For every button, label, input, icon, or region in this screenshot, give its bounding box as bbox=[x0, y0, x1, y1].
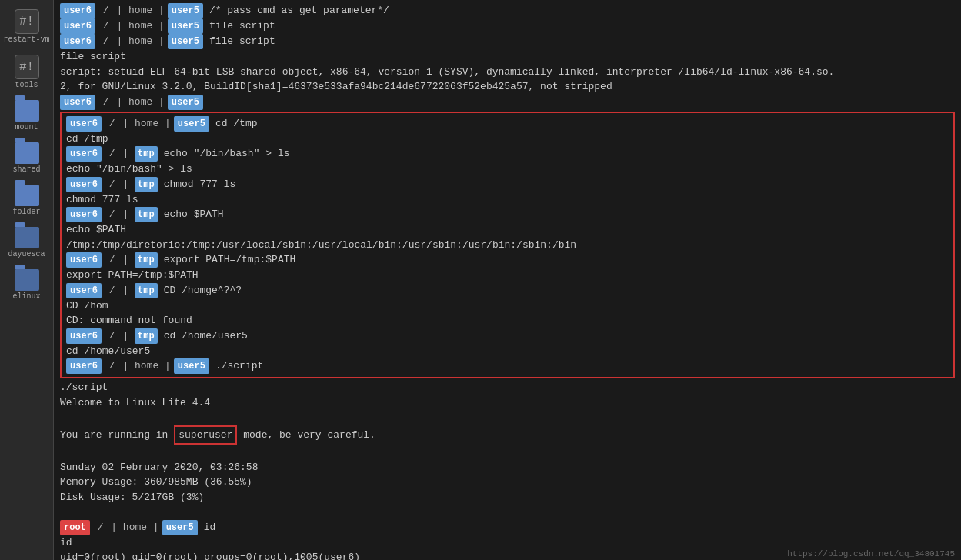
mount-folder-icon bbox=[15, 100, 39, 122]
terminal-line: user6 / | tmp cd /home/user5 bbox=[66, 328, 949, 344]
superuser-line: You are running in superuser mode, be ve… bbox=[60, 425, 955, 445]
shared-folder-icon bbox=[15, 142, 39, 164]
sidebar-item-folder[interactable]: folder bbox=[0, 182, 53, 219]
terminal-line: user6 / | tmp CD /homge^?^? bbox=[66, 283, 949, 298]
terminal-line: user6 / | home | user5 /* pass cmd as ge… bbox=[60, 3, 955, 18]
output-line: id bbox=[60, 535, 955, 551]
url-bar: https://blog.csdn.net/qq_34801745 bbox=[787, 549, 955, 558]
sidebar-item-label: shared bbox=[12, 165, 40, 174]
output-line bbox=[60, 445, 955, 460]
output-line: echo "/bin/bash" > ls bbox=[66, 162, 949, 177]
tools-icon: #! bbox=[15, 55, 39, 79]
output-line: /tmp:/tmp/diretorio:/tmp:/usr/local/sbin… bbox=[66, 238, 949, 253]
sidebar: #! restart-vm #! tools mount shared fold… bbox=[0, 0, 54, 560]
url-text: https://blog.csdn.net/qq_34801745 bbox=[787, 549, 955, 558]
output-line: Disk Usage: 5/217GB (3%) bbox=[60, 490, 955, 505]
sidebar-item-tools[interactable]: #! tools bbox=[0, 52, 53, 92]
sidebar-item-restart-vm[interactable]: #! restart-vm bbox=[0, 6, 53, 47]
prompt-user6-tmp: user6 / | tmp bbox=[66, 283, 158, 298]
output-line: file script bbox=[60, 49, 955, 65]
output-line: chmod 777 ls bbox=[66, 192, 949, 208]
output-line: ./script bbox=[60, 380, 955, 395]
prompt-user6-tmp: user6 / | tmp bbox=[66, 146, 158, 162]
output-line: echo $PATH bbox=[66, 222, 949, 238]
elinux-folder-icon bbox=[15, 269, 39, 291]
prompt-user6-tmp: user6 / | tmp bbox=[66, 328, 158, 344]
output-line: Welcome to Linux Lite 4.4 bbox=[60, 395, 955, 411]
output-line: CD /hom bbox=[66, 298, 949, 314]
output-line: cd /tmp bbox=[66, 132, 949, 147]
terminal-line-root: root / | home | user5 id bbox=[60, 520, 955, 535]
prompt-user6-tmp: user6 / | tmp bbox=[66, 252, 158, 268]
folder-icon bbox=[15, 185, 39, 206]
terminal-line: user6 / | home | user5 ./script bbox=[66, 358, 949, 374]
terminal-line: user6 / | home | user5 file script bbox=[60, 34, 955, 49]
output-line: Memory Usage: 360/985MB (36.55%) bbox=[60, 475, 955, 490]
terminal-line: user6 / | tmp echo $PATH bbox=[66, 207, 949, 222]
output-line bbox=[60, 505, 955, 520]
prompt-user6-tmp: user6 / | tmp bbox=[66, 207, 158, 222]
terminal-line: user6 / | tmp echo "/bin/bash" > ls bbox=[66, 146, 949, 162]
output-line: Sunday 02 February 2020, 03:26:58 bbox=[60, 460, 955, 475]
prompt-user6: user6 / | home | user5 bbox=[60, 34, 203, 49]
output-line: export PATH=/tmp:$PATH bbox=[66, 268, 949, 283]
sidebar-item-label: folder bbox=[12, 208, 40, 216]
dayuesca-folder-icon bbox=[15, 227, 39, 248]
sidebar-item-dayuesca[interactable]: dayuesca bbox=[0, 224, 53, 262]
sidebar-item-label: dayuesca bbox=[8, 250, 45, 258]
sidebar-item-shared[interactable]: shared bbox=[0, 139, 53, 177]
terminal-line: user6 / | home | user5 cd /tmp bbox=[66, 116, 949, 132]
output-line: script: setuid ELF 64-bit LSB shared obj… bbox=[60, 65, 955, 80]
terminal-line: user6 / | tmp export PATH=/tmp:$PATH bbox=[66, 252, 949, 268]
superuser-badge: superuser bbox=[174, 425, 237, 445]
terminal: user6 / | home | user5 /* pass cmd as ge… bbox=[54, 0, 961, 560]
sidebar-item-label: tools bbox=[15, 81, 38, 89]
terminal-content: user6 / | home | user5 /* pass cmd as ge… bbox=[54, 0, 961, 560]
prompt-user6: user6 / | home | user5 bbox=[60, 3, 203, 18]
prompt-user6-home-user5: user6 / | home | user5 bbox=[66, 358, 209, 374]
terminal-line: user6 / | tmp chmod 777 ls bbox=[66, 177, 949, 192]
sidebar-item-elinux[interactable]: elinux bbox=[0, 266, 53, 304]
highlighted-command-block: user6 / | home | user5 cd /tmp cd /tmp u… bbox=[60, 112, 955, 379]
sidebar-item-label: elinux bbox=[12, 292, 40, 301]
output-line: CD: command not found bbox=[66, 313, 949, 328]
prompt-root: root / | home | user5 bbox=[60, 520, 198, 535]
output-line bbox=[60, 410, 955, 425]
output-line: 2, for GNU/Linux 3.2.0, BuildID[sha1]=46… bbox=[60, 79, 955, 95]
terminal-line: user6 / | home | user5 file script bbox=[60, 18, 955, 34]
terminal-line: user6 / | home | user5 bbox=[60, 95, 955, 110]
output-line: cd /home/user5 bbox=[66, 344, 949, 359]
prompt-user6: user6 / | home | user5 bbox=[66, 116, 209, 132]
sidebar-item-label: mount bbox=[15, 123, 38, 132]
sidebar-item-mount[interactable]: mount bbox=[0, 97, 53, 135]
prompt-user6: user6 / | home | user5 bbox=[60, 95, 203, 110]
prompt-user6: user6 / | home | user5 bbox=[60, 18, 203, 34]
restart-vm-icon: #! bbox=[15, 9, 39, 34]
sidebar-item-label: restart-vm bbox=[3, 35, 49, 44]
prompt-user6-tmp: user6 / | tmp bbox=[66, 177, 158, 192]
